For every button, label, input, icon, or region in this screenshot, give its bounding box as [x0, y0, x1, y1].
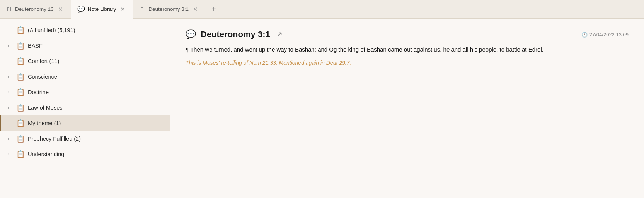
sidebar-item-doctrine[interactable]: › 📋 Doctrine [0, 84, 170, 100]
sidebar-item-label: Doctrine [28, 89, 164, 95]
tab-note-icon: 💬 [77, 5, 85, 13]
tab-label: Deuteronomy 3:1 [148, 6, 189, 12]
sidebar-item-law-of-moses[interactable]: › 📋 Law of Moses [0, 100, 170, 115]
tab-close-button[interactable]: ✕ [191, 5, 199, 13]
sidebar: 📋 (All unfiled) (5,191) › 📋 BASF 📋 Comfo… [0, 19, 170, 198]
new-tab-icon: + [211, 5, 216, 14]
content-title: 💬 Deuteronomy 3:1 ↗ [186, 29, 282, 40]
tab-doc-icon: 🗒 [6, 6, 12, 13]
chevron-icon: › [8, 43, 13, 48]
main-layout: 📋 (All unfiled) (5,191) › 📋 BASF 📋 Comfo… [0, 19, 644, 198]
folder-icon: 📋 [16, 41, 25, 50]
sidebar-item-label: Law of Moses [28, 105, 164, 111]
timestamp: 🕐 27/04/2022 13:09 [581, 32, 629, 38]
sidebar-item-label: Comfort (11) [28, 58, 164, 64]
sidebar-item-label: Understanding [28, 151, 164, 157]
new-tab-button[interactable]: + [206, 0, 221, 18]
sidebar-item-label: Conscience [28, 74, 164, 80]
sidebar-item-label: My theme (1) [28, 120, 164, 126]
tab-doc2-icon: 🗒 [140, 6, 146, 13]
tab-deuteronomy-13[interactable]: 🗒 Deuteronomy 13 ✕ [0, 0, 71, 18]
content-verse: ¶ Then we turned, and went up the way to… [186, 45, 629, 54]
folder-icon: 📋 [16, 57, 25, 65]
content-header: 💬 Deuteronomy 3:1 ↗ 🕐 27/04/2022 13:09 [186, 29, 629, 40]
folder-icon: 📋 [16, 88, 25, 96]
external-link-icon[interactable]: ↗ [276, 30, 282, 39]
chevron-icon: › [8, 136, 13, 141]
chevron-icon: › [8, 152, 13, 157]
sidebar-item-label: (All unfiled) (5,191) [28, 27, 164, 33]
sidebar-item-label: Prophecy Fulfilled (2) [28, 136, 164, 142]
tab-close-button[interactable]: ✕ [119, 5, 127, 13]
tab-label: Note Library [88, 6, 116, 12]
sidebar-item-comfort[interactable]: 📋 Comfort (11) [0, 53, 170, 69]
chevron-icon: › [8, 74, 13, 79]
folder-icon: 📋 [16, 72, 25, 81]
folder-icon: 📋 [16, 119, 25, 127]
chevron-icon: › [8, 90, 13, 95]
sidebar-item-basf[interactable]: › 📋 BASF [0, 38, 170, 53]
page-title: Deuteronomy 3:1 [201, 29, 270, 40]
folder-icon: 📋 [16, 26, 25, 34]
tab-label: Deuteronomy 13 [15, 6, 54, 12]
content-title-icon: 💬 [186, 29, 196, 40]
content-area: 💬 Deuteronomy 3:1 ↗ 🕐 27/04/2022 13:09 ¶… [170, 19, 644, 198]
folder-icon: 📋 [16, 150, 25, 158]
tab-note-library[interactable]: 💬 Note Library ✕ [71, 0, 134, 19]
timestamp-value: 27/04/2022 13:09 [589, 32, 629, 38]
sidebar-item-my-theme[interactable]: 📋 My theme (1) [0, 115, 170, 131]
tab-bar: 🗒 Deuteronomy 13 ✕ 💬 Note Library ✕ 🗒 De… [0, 0, 644, 19]
sidebar-item-all-unfiled[interactable]: 📋 (All unfiled) (5,191) [0, 22, 170, 38]
tab-deuteronomy-31[interactable]: 🗒 Deuteronomy 3:1 ✕ [133, 0, 206, 18]
sidebar-item-conscience[interactable]: › 📋 Conscience [0, 69, 170, 84]
sidebar-item-understanding[interactable]: › 📋 Understanding [0, 146, 170, 162]
folder-icon: 📋 [16, 103, 25, 112]
folder-icon: 📋 [16, 134, 25, 143]
clock-icon: 🕐 [581, 32, 588, 38]
content-note: This is Moses' re-telling of Num 21:33. … [186, 60, 629, 66]
tab-close-button[interactable]: ✕ [56, 5, 65, 13]
sidebar-item-label: BASF [28, 43, 164, 49]
chevron-icon: › [8, 105, 13, 110]
sidebar-item-prophecy-fulfilled[interactable]: › 📋 Prophecy Fulfilled (2) [0, 131, 170, 146]
